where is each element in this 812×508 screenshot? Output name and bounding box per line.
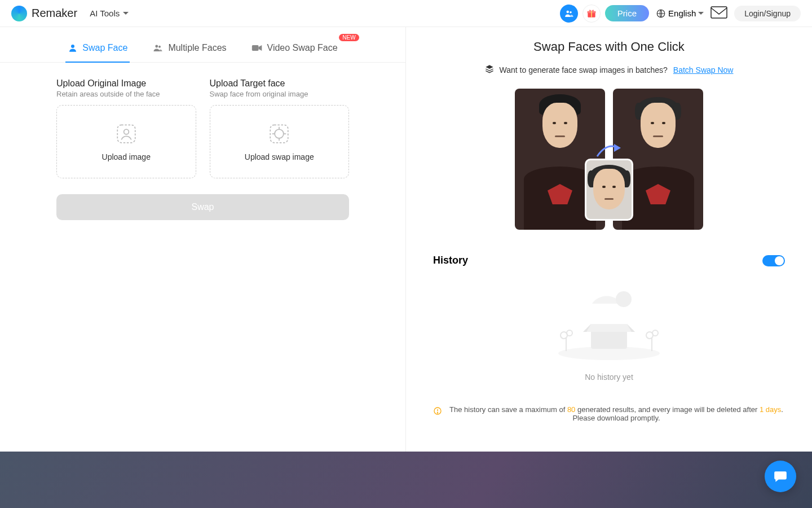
upload-original-title: Upload Original Image	[56, 78, 196, 89]
new-badge: NEW	[339, 34, 359, 41]
tab-label: Multiple Faces	[168, 43, 226, 53]
footer-gradient	[0, 452, 812, 508]
left-panel: Swap Face Multiple Faces Video Swap Face…	[0, 27, 406, 452]
svg-point-20	[567, 330, 572, 336]
note-max-count: 80	[567, 405, 575, 414]
page-heading: Swap Faces with One Click	[433, 40, 785, 54]
svg-point-0	[566, 10, 569, 13]
community-icon[interactable]	[560, 5, 578, 23]
people-icon	[152, 43, 164, 53]
history-toggle[interactable]	[762, 255, 785, 266]
tab-swap-face[interactable]: Swap Face	[61, 37, 134, 62]
upload-target-title: Upload Target face	[210, 78, 350, 89]
person-icon	[68, 43, 78, 53]
svg-point-1	[570, 11, 572, 13]
upload-original-section: Upload Original Image Retain areas outsi…	[56, 78, 196, 178]
upload-target-subtitle: Swap face from original image	[210, 90, 350, 98]
face-target-icon	[267, 122, 291, 146]
svg-rect-6	[711, 7, 727, 18]
history-note: The history can save a maximum of 80 gen…	[433, 405, 785, 422]
batch-swap-link[interactable]: Batch Swap Now	[673, 65, 734, 75]
header: Remaker AI Tools Price English Login/Sig…	[0, 0, 812, 27]
tab-video-swap-face[interactable]: Video Swap Face NEW	[245, 37, 345, 62]
language-label: English	[668, 8, 696, 18]
demo-target-face-inset	[585, 159, 633, 221]
svg-point-7	[71, 45, 74, 48]
svg-rect-10	[251, 45, 258, 51]
warning-icon	[433, 406, 442, 417]
svg-point-9	[158, 46, 161, 48]
layers-icon	[485, 64, 494, 75]
chevron-down-icon	[123, 12, 129, 15]
upload-original-dropzone[interactable]: Upload image	[56, 105, 196, 178]
chevron-down-icon	[698, 12, 704, 15]
tab-label: Video Swap Face	[267, 43, 338, 53]
tab-label: Swap Face	[82, 43, 127, 53]
arrow-right-icon	[595, 139, 623, 162]
tabs: Swap Face Multiple Faces Video Swap Face…	[0, 27, 405, 63]
language-selector[interactable]: English	[656, 8, 704, 19]
empty-box-icon	[547, 283, 671, 362]
svg-point-8	[156, 45, 158, 48]
upload-target-section: Upload Target face Swap face from origin…	[210, 78, 350, 178]
ai-tools-dropdown[interactable]: AI Tools	[90, 8, 129, 18]
batch-prompt: Want to generate face swap images in bat…	[500, 65, 668, 75]
svg-point-12	[123, 129, 129, 134]
note-text-2: generated results, and every image will …	[575, 405, 760, 414]
history-empty-text: No history yet	[585, 373, 633, 382]
chat-icon	[773, 469, 788, 484]
camera-face-icon	[114, 122, 138, 146]
price-button[interactable]: Price	[605, 5, 649, 21]
svg-point-16	[616, 291, 632, 307]
swap-button[interactable]: Swap	[56, 194, 349, 220]
logo[interactable]: Remaker	[11, 6, 77, 21]
svg-point-14	[275, 129, 284, 138]
demo-image-group	[433, 89, 785, 230]
chat-fab[interactable]	[765, 461, 796, 492]
svg-point-26	[437, 413, 438, 413]
ai-tools-label: AI Tools	[90, 8, 120, 18]
tab-multiple-faces[interactable]: Multiple Faces	[145, 37, 233, 62]
mail-icon[interactable]	[710, 6, 727, 21]
upload-target-cta: Upload swap image	[245, 152, 314, 161]
logo-icon	[11, 6, 27, 21]
svg-point-23	[652, 330, 658, 336]
right-panel: Swap Faces with One Click Want to genera…	[406, 27, 812, 452]
note-days: 1 days	[760, 405, 781, 414]
login-button[interactable]: Login/Signup	[734, 6, 801, 21]
upload-target-dropzone[interactable]: Upload swap image	[210, 105, 350, 178]
brand-name: Remaker	[32, 7, 77, 20]
upload-original-cta: Upload image	[102, 152, 151, 161]
upload-original-subtitle: Retain areas outside of the face	[56, 90, 196, 98]
globe-icon	[656, 8, 666, 19]
gift-icon[interactable]	[582, 5, 601, 23]
history-empty-state: No history yet	[433, 283, 785, 382]
note-text-1: The history can save a maximum of	[449, 405, 567, 414]
svg-rect-4	[591, 11, 592, 17]
history-title: History	[433, 255, 468, 266]
video-icon	[251, 43, 263, 52]
